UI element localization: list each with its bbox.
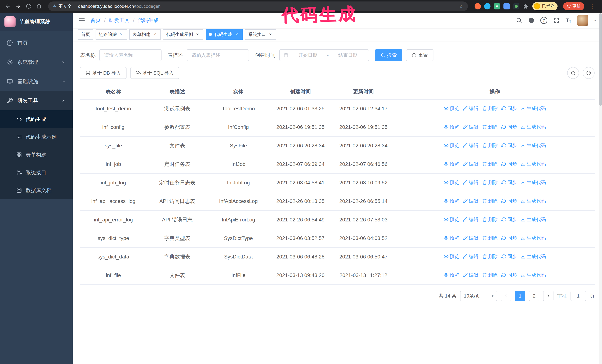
sync-link[interactable]: 同步 (501, 178, 517, 187)
edit-link[interactable]: 编辑 (463, 252, 478, 261)
preview-link[interactable]: 预览 (444, 141, 459, 150)
table-name-input[interactable] (99, 49, 161, 61)
breadcrumb-home[interactable]: 首页 (90, 17, 101, 24)
edit-link[interactable]: 编辑 (463, 271, 478, 279)
delete-link[interactable]: 删除 (482, 141, 498, 150)
preview-link[interactable]: 预览 (444, 178, 459, 187)
avatar-caret-icon[interactable]: ▾ (594, 18, 596, 23)
tab-codegen[interactable]: 代码生成× (206, 29, 243, 40)
generate-code-link[interactable]: 生成代码 (521, 197, 546, 205)
browser-reload-button[interactable] (24, 1, 33, 11)
app-logo[interactable]: 芋道管理系统 (0, 13, 73, 31)
refresh-table-button[interactable] (583, 67, 595, 79)
generate-code-link[interactable]: 生成代码 (521, 123, 546, 131)
edit-link[interactable]: 编辑 (463, 104, 478, 113)
generate-code-link[interactable]: 生成代码 (521, 104, 546, 113)
browser-menu-icon[interactable]: ⋮ (588, 3, 597, 10)
help-icon[interactable]: ? (540, 17, 547, 24)
scrollbar-thumb[interactable] (599, 13, 602, 106)
generate-code-link[interactable]: 生成代码 (521, 215, 546, 224)
goto-page-input[interactable] (570, 291, 586, 301)
page-button-2[interactable]: 2 (529, 291, 539, 301)
preview-link[interactable]: 预览 (444, 234, 459, 242)
user-avatar[interactable] (577, 15, 588, 26)
edit-link[interactable]: 编辑 (463, 160, 478, 168)
address-bar[interactable]: ⚠ 不安全 dashboard.yudao.iocoder.cn/tool/co… (48, 1, 468, 11)
profile-chip[interactable]: 已暂停 (532, 2, 558, 10)
hamburger-icon[interactable] (78, 17, 85, 24)
sync-link[interactable]: 同步 (501, 215, 517, 224)
delete-link[interactable]: 删除 (482, 234, 498, 242)
sync-link[interactable]: 同步 (501, 197, 517, 205)
sync-link[interactable]: 同步 (501, 271, 517, 279)
github-icon[interactable] (528, 17, 534, 23)
security-status[interactable]: ⚠ 不安全 (53, 3, 72, 9)
preview-link[interactable]: 预览 (444, 271, 459, 279)
browser-forward-button[interactable] (13, 1, 23, 11)
tab-home[interactable]: 首页 (78, 29, 93, 40)
close-icon[interactable]: × (195, 32, 200, 37)
sidebar-item-form-builder[interactable]: 表单构建 (0, 146, 73, 164)
sidebar-item-system-api[interactable]: 系统接口 (0, 164, 73, 181)
edit-link[interactable]: 编辑 (463, 123, 478, 131)
preview-link[interactable]: 预览 (444, 197, 459, 205)
preview-link[interactable]: 预览 (444, 252, 459, 261)
tab-form-builder[interactable]: 表单构建× (129, 29, 161, 40)
vue-devtools-icon[interactable]: V (494, 3, 500, 10)
date-range-picker[interactable]: 开始日期 - 结束日期 (279, 49, 369, 61)
preview-link[interactable]: 预览 (444, 104, 459, 113)
sidebar-item-devtools[interactable]: 研发工具 (0, 91, 73, 110)
sidebar-item-system[interactable]: 系统管理 (0, 52, 73, 72)
search-icon[interactable] (516, 17, 522, 23)
page-size-select[interactable]: 10条/页 ▾ (460, 291, 497, 301)
preview-link[interactable]: 预览 (444, 215, 459, 224)
fullscreen-icon[interactable] (553, 17, 559, 23)
delete-link[interactable]: 删除 (482, 160, 498, 168)
edit-link[interactable]: 编辑 (463, 197, 478, 205)
edit-link[interactable]: 编辑 (463, 178, 478, 187)
generate-code-link[interactable]: 生成代码 (521, 252, 546, 261)
delete-link[interactable]: 删除 (482, 215, 498, 224)
prev-page-button[interactable] (501, 291, 511, 301)
sidebar-item-codegen-example[interactable]: 代码生成示例 (0, 128, 73, 146)
sync-link[interactable]: 同步 (501, 104, 517, 113)
extension-icon-orange[interactable] (474, 3, 481, 10)
delete-link[interactable]: 删除 (482, 252, 498, 261)
edit-link[interactable]: 编辑 (463, 234, 478, 242)
edit-link[interactable]: 编辑 (463, 215, 478, 224)
edit-link[interactable]: 编辑 (463, 141, 478, 150)
date-start-input[interactable]: 开始日期 (291, 52, 325, 59)
close-icon[interactable]: × (268, 32, 273, 37)
sidebar-item-infra[interactable]: 基础设施 (0, 72, 73, 91)
delete-link[interactable]: 删除 (482, 197, 498, 205)
sidebar-item-home[interactable]: 首页 (0, 33, 73, 52)
sync-link[interactable]: 同步 (501, 141, 517, 150)
extension-icon-users[interactable] (504, 3, 510, 10)
page-button-1[interactable]: 1 (515, 291, 525, 301)
sync-link[interactable]: 同步 (501, 160, 517, 168)
sync-link[interactable]: 同步 (501, 123, 517, 131)
import-sql-button[interactable]: 基于 SQL 导入 (130, 67, 180, 79)
close-icon[interactable]: × (234, 32, 239, 37)
font-size-icon[interactable]: TT (566, 18, 571, 23)
delete-link[interactable]: 删除 (482, 123, 498, 131)
close-icon[interactable]: × (152, 32, 157, 37)
delete-link[interactable]: 删除 (482, 271, 498, 279)
delete-link[interactable]: 删除 (482, 178, 498, 187)
extension-icon-dark[interactable] (513, 3, 519, 10)
generate-code-link[interactable]: 生成代码 (521, 234, 546, 242)
browser-scrollbar[interactable] (599, 13, 602, 364)
sync-link[interactable]: 同步 (501, 234, 517, 242)
reset-button[interactable]: 重置 (406, 49, 433, 61)
preview-link[interactable]: 预览 (444, 123, 459, 131)
generate-code-link[interactable]: 生成代码 (521, 160, 546, 168)
breadcrumb-devtools[interactable]: 研发工具 (109, 17, 130, 24)
browser-update-button[interactable]: 更新 (563, 2, 584, 10)
date-end-input[interactable]: 结束日期 (331, 52, 365, 59)
generate-code-link[interactable]: 生成代码 (521, 178, 546, 187)
next-page-button[interactable] (543, 291, 553, 301)
sidebar-item-db-doc[interactable]: 数据库文档 (0, 181, 73, 199)
tab-tracer[interactable]: 链路追踪× (96, 29, 127, 40)
browser-home-button[interactable] (34, 1, 44, 11)
sync-link[interactable]: 同步 (501, 252, 517, 261)
